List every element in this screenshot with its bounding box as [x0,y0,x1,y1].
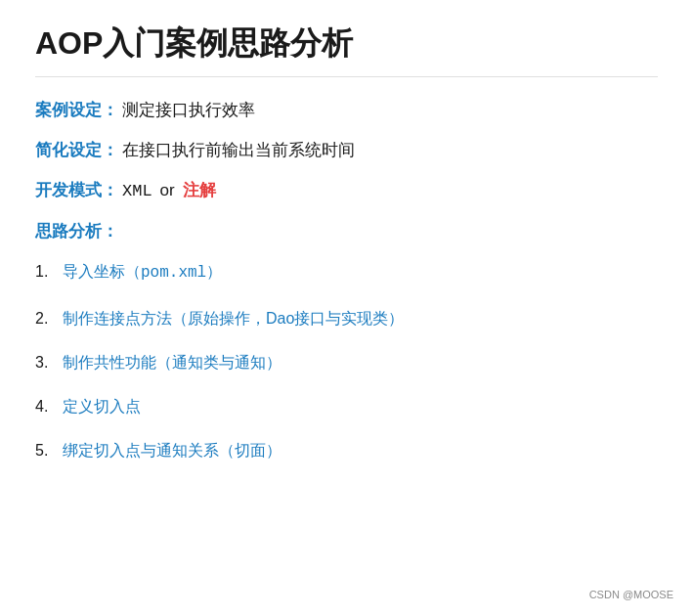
step-3-text: 制作共性功能（通知类与通知） [63,349,282,375]
step-5: 5. 绑定切入点与通知关系（切面） [35,437,658,463]
step-5-number: 5. [35,437,63,463]
dev-mode-xml: XML [122,178,152,204]
simplified-setting-row: 简化设定： 在接口执行前输出当前系统时间 [35,137,658,163]
step-4: 4. 定义切入点 [35,393,658,419]
step-1-code: pom.xml [141,264,206,282]
analysis-label: 思路分析： [35,218,118,244]
dev-mode-row: 开发模式： XML or 注解 [35,177,658,204]
dev-mode-label: 开发模式： [35,177,118,203]
step-4-number: 4. [35,393,63,419]
case-setting-row: 案例设定： 测定接口执行效率 [35,97,658,123]
main-container: AOP入门案例思路分析 案例设定： 测定接口执行效率 简化设定： 在接口执行前输… [0,0,693,616]
step-1-text: 导入坐标（pom.xml） [63,258,222,286]
step-1: 1. 导入坐标（pom.xml） [35,258,658,286]
simplified-setting-value: 在接口执行前输出当前系统时间 [122,137,355,163]
dev-mode-or: or [160,177,175,203]
analysis-label-row: 思路分析： [35,218,658,244]
steps-section: 1. 导入坐标（pom.xml） 2. 制作连接点方法（原始操作，Dao接口与实… [35,258,658,463]
step-2: 2. 制作连接点方法（原始操作，Dao接口与实现类） [35,305,658,331]
step-5-text: 绑定切入点与通知关系（切面） [63,437,282,463]
simplified-setting-label: 简化设定： [35,137,118,163]
step-1-number: 1. [35,258,63,285]
step-2-text: 制作连接点方法（原始操作，Dao接口与实现类） [63,305,404,331]
case-setting-label: 案例设定： [35,97,118,123]
content-area: 案例设定： 测定接口执行效率 简化设定： 在接口执行前输出当前系统时间 开发模式… [35,97,658,464]
step-3-number: 3. [35,349,63,375]
watermark: CSDN @MOOSE [589,589,673,600]
page-title: AOP入门案例思路分析 [35,23,658,77]
step-4-text: 定义切入点 [63,393,141,419]
case-setting-value: 测定接口执行效率 [122,97,255,123]
step-3: 3. 制作共性功能（通知类与通知） [35,349,658,375]
dev-mode-annotation: 注解 [183,177,216,203]
step-2-number: 2. [35,305,63,331]
